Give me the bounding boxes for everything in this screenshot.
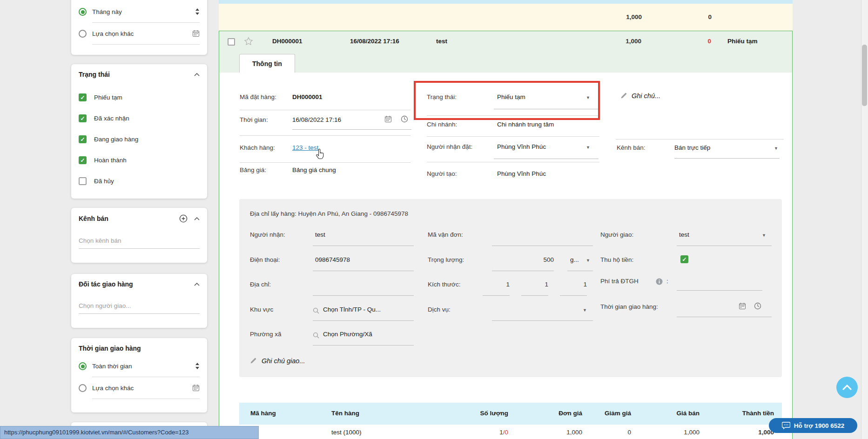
chevron-up-icon[interactable] <box>194 73 200 76</box>
chevron-down-icon[interactable] <box>762 233 766 238</box>
calendar-icon[interactable] <box>739 302 746 310</box>
calendar-icon[interactable] <box>384 115 392 123</box>
radio-label: Lựa chọn khác <box>92 385 134 392</box>
chevron-down-icon[interactable] <box>774 146 778 151</box>
input-underline <box>292 129 411 130</box>
input-underline <box>674 158 780 159</box>
checkbox-unchecked-icon[interactable] <box>79 177 87 185</box>
support-button[interactable]: Hỗ trợ 1900 6522 <box>769 418 857 433</box>
delivery-partner-input[interactable]: Chọn người giao... <box>79 298 200 314</box>
order-taker-dropdown-value[interactable]: Phùng Vĩnh Phúc <box>497 143 546 150</box>
order-management-screen: Tháng này Lựa chọn khác Trạng thái Phiếu… <box>0 0 868 439</box>
size-input-2[interactable]: 1 <box>521 281 548 288</box>
channel-select-input[interactable]: Chọn kênh bán <box>79 233 200 249</box>
time-label: Thời gian: <box>240 116 268 123</box>
info-icon[interactable] <box>656 278 663 285</box>
divider <box>427 136 599 137</box>
radio-unselected-icon[interactable] <box>79 384 87 392</box>
summary-quantity: 1,000 <box>626 13 642 20</box>
address-input[interactable] <box>313 295 414 296</box>
row-status: Phiếu tạm <box>727 38 758 45</box>
sort-updown-icon[interactable] <box>195 8 200 15</box>
input-underline <box>677 246 772 246</box>
product-table-header: Mã hàng Tên hàng Số lượng Đơn giá Giảm g… <box>239 403 782 425</box>
product-name: test (1000) <box>331 429 362 436</box>
weight-input[interactable]: 500 <box>492 256 554 263</box>
delivery-time-filter-card: Thời gian giao hàng Toàn thời gian Lựa c… <box>71 338 207 412</box>
tracking-input[interactable] <box>492 246 593 246</box>
calendar-icon[interactable] <box>192 384 200 392</box>
chevron-up-icon[interactable] <box>194 283 200 286</box>
delivery-time-input[interactable] <box>677 317 772 317</box>
star-icon[interactable] <box>243 36 254 47</box>
summary-amount: 0 <box>708 13 712 20</box>
radio-selected-icon[interactable] <box>79 362 87 370</box>
input-underline <box>313 320 414 321</box>
status-filter-item[interactable]: Hoàn thành <box>79 150 200 171</box>
receiver-input[interactable]: test <box>315 231 325 238</box>
region-label: Khu vực <box>250 306 273 313</box>
input-underline <box>567 271 593 271</box>
region-select-input[interactable]: Chọn Tỉnh/TP - Qu... <box>323 306 381 313</box>
radio-selected-icon[interactable] <box>79 8 87 16</box>
date-filter-this-month[interactable]: Tháng này <box>79 1 200 23</box>
order-row[interactable]: DH000001 16/08/2022 17:16 test 1,000 0 P… <box>219 31 792 73</box>
service-label: Dịch vụ: <box>428 306 451 313</box>
weight-unit-dropdown[interactable]: g... <box>570 256 579 263</box>
calendar-icon[interactable] <box>192 30 200 37</box>
row-checkbox[interactable] <box>228 38 235 46</box>
creator-label: Người tạo: <box>427 170 457 177</box>
deliverer-dropdown-value[interactable]: test <box>679 231 689 238</box>
checkbox-checked-icon[interactable] <box>79 156 87 164</box>
status-filter-item[interactable]: Phiếu tạm <box>79 87 200 108</box>
col-discount: Giảm giá <box>605 410 631 417</box>
time-value[interactable]: 16/08/2022 17:16 <box>292 116 341 123</box>
plus-circle-icon[interactable] <box>179 214 188 223</box>
sort-updown-icon[interactable] <box>195 363 200 369</box>
size-input-1[interactable]: 1 <box>483 281 510 288</box>
radio-label: Tháng này <box>92 8 122 15</box>
status-filter-item[interactable]: Đang giao hàng <box>79 129 200 150</box>
date-filter-other[interactable]: Lựa chọn khác <box>79 23 200 45</box>
delivery-partner-placeholder: Chọn người giao... <box>79 302 131 309</box>
col-product-name: Tên hàng <box>331 410 359 417</box>
chevron-down-icon[interactable] <box>586 145 590 150</box>
dtgh-fee-input[interactable] <box>677 290 762 291</box>
order-note-input[interactable]: Ghi chú... <box>632 92 660 100</box>
radio-unselected-icon[interactable] <box>79 30 87 38</box>
chevron-up-icon[interactable] <box>194 217 200 220</box>
checkbox-checked-icon[interactable] <box>79 135 87 143</box>
input-underline <box>492 271 554 271</box>
product-row[interactable]: test (1000) 1/0 1,000 0 1,000 1,000 <box>239 425 782 439</box>
scrollbar-thumb[interactable] <box>862 45 867 106</box>
delivery-note-input[interactable]: Ghi chú giao... <box>262 357 305 365</box>
channel-select-placeholder: Chọn kênh bán <box>79 237 121 244</box>
support-label: Hỗ trợ 1900 6522 <box>794 422 845 429</box>
dtgh-fee-label: Phí trả ĐTGH <box>600 278 639 285</box>
cod-checkbox-checked[interactable] <box>680 255 688 263</box>
chevron-down-icon[interactable] <box>586 258 590 263</box>
pickup-address: Địa chỉ lấy hàng: Huyện An Phú, An Giang… <box>250 210 408 217</box>
delivery-time-other[interactable]: Lựa chọn khác <box>79 377 200 399</box>
ward-select-input[interactable]: Chọn Phường/Xã <box>323 331 372 338</box>
price-table-label: Bảng giá: <box>240 166 266 173</box>
checkbox-checked-icon[interactable] <box>79 114 87 122</box>
phone-input[interactable]: 0986745978 <box>315 256 350 263</box>
order-list-panel: 1,000 0 DH000001 16/08/2022 17:16 test 1… <box>219 0 793 439</box>
status-filter-item[interactable]: Đã hủy <box>79 171 200 192</box>
clock-icon[interactable] <box>401 115 408 123</box>
chevron-down-icon[interactable] <box>583 308 587 313</box>
delivery-time-all[interactable]: Toàn thời gian <box>79 355 200 377</box>
channel-filter-card: Kênh bán Chọn kênh bán <box>71 208 207 263</box>
status-filter-item[interactable]: Đã xác nhận <box>79 108 200 129</box>
service-dropdown[interactable] <box>492 320 593 321</box>
checkbox-checked-icon[interactable] <box>79 93 87 101</box>
clock-icon[interactable] <box>754 302 761 310</box>
tab-thong-tin[interactable]: Thông tin <box>239 54 295 73</box>
delivery-partner-title: Đối tác giao hàng <box>79 280 133 288</box>
size-input-3[interactable]: 1 <box>560 281 587 288</box>
product-unit-price: 1,000 <box>566 429 582 436</box>
order-code-value: DH000001 <box>292 93 323 100</box>
sale-channel-dropdown-value[interactable]: Bán trực tiếp <box>674 144 710 151</box>
scroll-to-top-button[interactable] <box>836 377 858 398</box>
